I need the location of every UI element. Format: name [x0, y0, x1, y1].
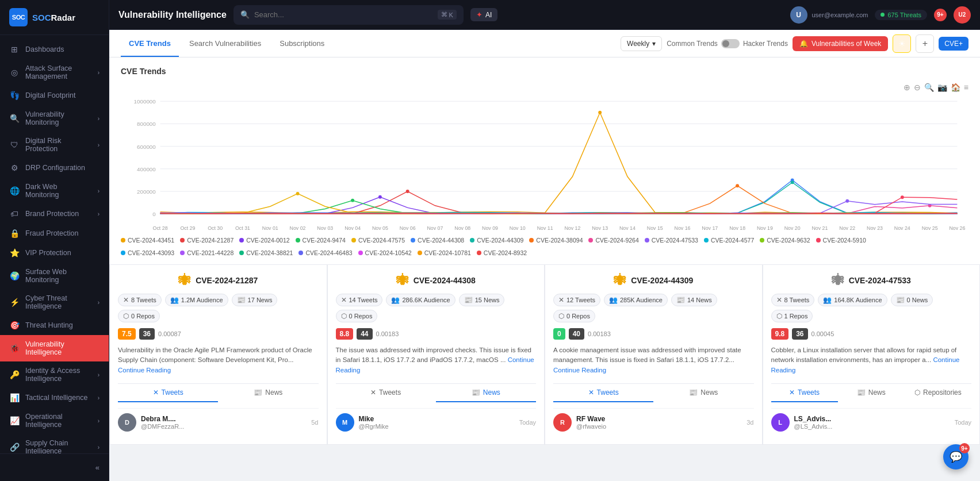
audience-count: 286.6K Audience — [402, 297, 450, 303]
sidebar-item-vip-protection[interactable]: ⭐ VIP Protection — [0, 243, 109, 263]
card-tab-news[interactable]: 📰 News — [436, 384, 536, 402]
nav-label-identity-access: Identity & Access Intelligence — [25, 367, 92, 383]
sidebar-item-threat-hunting[interactable]: 🎯 Threat Hunting — [0, 315, 109, 335]
svg-text:Nov 20: Nov 20 — [784, 225, 801, 231]
zoom-out-btn[interactable]: ⊖ — [914, 83, 921, 92]
tabs-bar: CVE TrendsSearch VulnerabilitiesSubscrip… — [109, 30, 980, 57]
svg-point-46 — [296, 192, 300, 195]
legend-item-cve-9264[interactable]: CVE-2024-9264 — [588, 237, 638, 244]
legend-item-cve-5910[interactable]: CVE-2024-5910 — [816, 237, 866, 244]
x-icon: ✕ — [789, 388, 795, 397]
sidebar-item-operational-intel[interactable]: 📈 Operational Intelligence › — [0, 407, 109, 434]
card-stats: ✕ 8 Tweets 👥 164.8K Audience 📰 0 News ⬡ … — [771, 294, 972, 322]
ai-button[interactable]: ✦ AI — [470, 8, 497, 21]
legend-item-cve-21287[interactable]: CVE-2024-21287 — [180, 237, 233, 244]
svg-text:Nov 07: Nov 07 — [427, 225, 443, 231]
legend-item-cve-10542[interactable]: CVE-2024-10542 — [358, 249, 412, 256]
github-icon: ⬡ — [776, 312, 782, 320]
audience-icon: 👥 — [391, 296, 400, 304]
card-tab-news[interactable]: 📰 News — [838, 384, 905, 402]
spider-icon: 🕷 — [614, 273, 626, 288]
sidebar-item-attack-surface[interactable]: ◎ Attack Surface Management › — [0, 59, 109, 86]
nav-label-digital-risk: Digital Risk Protection — [25, 137, 92, 153]
sidebar-item-dashboards[interactable]: ⊞ Dashboards — [0, 40, 109, 59]
sidebar-item-vuln-intel[interactable]: 🐞 Vulnerability Intelligence — [0, 335, 109, 361]
svg-text:Nov 11: Nov 11 — [537, 225, 553, 231]
sidebar-item-fraud-protection[interactable]: 🔒 Fraud Protection — [0, 224, 109, 243]
cve-plus-button[interactable]: CVE+ — [939, 37, 968, 51]
tab-cve-trends[interactable]: CVE Trends — [121, 30, 179, 57]
notification-badge[interactable]: 9+ — [934, 9, 947, 21]
news-count: 15 News — [475, 297, 500, 303]
tweet-avatar: M — [336, 413, 354, 432]
search-input[interactable] — [254, 10, 433, 19]
zoom-reset-btn[interactable]: 🔍 — [924, 83, 934, 92]
legend-item-cve-43451[interactable]: CVE-2024-43451 — [121, 237, 174, 244]
tweet-name: LS_Advis... — [794, 415, 950, 423]
legend-item-cve-10781[interactable]: CVE-2024-10781 — [418, 249, 471, 256]
zoom-in-btn[interactable]: ⊕ — [904, 83, 910, 92]
sidebar-item-digital-risk[interactable]: 🛡 Digital Risk Protection › — [0, 132, 109, 158]
add-button[interactable]: + — [916, 34, 934, 53]
legend-item-cve-44228[interactable]: CVE-2021-44228 — [180, 249, 233, 256]
legend-item-cve-9632[interactable]: CVE-2024-9632 — [760, 237, 810, 244]
nav-icon-identity-access: 🔑 — [9, 370, 20, 379]
legend-item-cve-44309[interactable]: CVE-2024-44309 — [470, 237, 523, 244]
repos-count: 1 Repos — [784, 313, 808, 320]
legend-item-cve-47575[interactable]: CVE-2024-47575 — [351, 237, 405, 244]
sidebar-item-supply-chain[interactable]: 🔗 Supply Chain Intelligence › — [0, 434, 109, 453]
card-tab-news[interactable]: 📰 News — [218, 384, 318, 402]
legend-item-cve-47533[interactable]: CVE-2024-47533 — [645, 237, 698, 244]
read-more-link[interactable]: Continue Reading — [771, 356, 960, 373]
legend-item-cve-38821[interactable]: CVE-2024-38821 — [239, 249, 293, 256]
menu-btn[interactable]: ≡ — [964, 83, 968, 92]
card-tab-tweets[interactable]: ✕ Tweets — [118, 384, 218, 402]
vuln-week-button[interactable]: 🔔 Vulnerabilities of Week — [793, 36, 888, 51]
card-tab-tweets[interactable]: ✕ Tweets — [336, 384, 436, 402]
read-more-link[interactable]: Continue Reading — [336, 356, 534, 373]
legend-item-cve-46483[interactable]: CVE-2024-46483 — [298, 249, 352, 256]
twitter-icon: ✕ — [123, 296, 129, 304]
legend-item-cve-43093[interactable]: CVE-2024-43093 — [121, 249, 174, 256]
tab-search-vulns[interactable]: Search Vulnerabilities — [181, 30, 269, 57]
logo-text: SOCRadar — [32, 13, 75, 22]
sidebar-item-brand-protection[interactable]: 🏷 Brand Protection › — [0, 204, 109, 224]
sidebar-item-digital-footprint[interactable]: 👣 Digital Footprint — [0, 86, 109, 105]
legend-item-cve-44308[interactable]: CVE-2024-44308 — [411, 237, 464, 244]
nav-icon-surface-web: 🌍 — [9, 271, 20, 280]
read-more-link[interactable]: Continue Reading — [118, 367, 171, 374]
legend-item-cve-38094[interactable]: CVE-2024-38094 — [529, 237, 583, 244]
sidebar-item-drp-config[interactable]: ⚙ DRP Configuration — [0, 158, 109, 178]
toggle-switch[interactable] — [721, 39, 740, 48]
tab-subscriptions[interactable]: Subscriptions — [271, 30, 332, 57]
frequency-select[interactable]: Weekly ▾ — [621, 36, 662, 51]
sidebar-item-surface-web[interactable]: 🌍 Surface Web Monitoring — [0, 263, 109, 289]
tweets-chip: ✕ 8 Tweets — [771, 294, 815, 306]
chat-fab[interactable]: 💬 9+ — [943, 444, 968, 470]
tweet-avatar: L — [771, 413, 790, 432]
sidebar-item-identity-access[interactable]: 🔑 Identity & Access Intelligence › — [0, 361, 109, 388]
download-btn[interactable]: 📷 — [937, 83, 947, 92]
sidebar-collapse-btn[interactable]: « — [0, 459, 109, 476]
legend-item-cve-4577[interactable]: CVE-2024-4577 — [704, 237, 754, 244]
sun-button[interactable]: ☀ — [893, 34, 911, 53]
read-more-link[interactable]: Continue Reading — [553, 367, 606, 374]
svg-text:Nov 23: Nov 23 — [867, 225, 883, 231]
legend-item-cve-8932[interactable]: CVE-2024-8932 — [477, 249, 527, 256]
legend-item-cve-0012[interactable]: CVE-2024-0012 — [239, 237, 289, 244]
home-btn[interactable]: 🏠 — [951, 83, 960, 92]
sidebar-item-cyber-threat[interactable]: ⚡ Cyber Threat Intelligence › — [0, 289, 109, 315]
repos-count: 0 Repos — [566, 313, 590, 320]
card-tab-tweets[interactable]: ✕ Tweets — [553, 384, 653, 402]
sidebar-item-dark-web[interactable]: 🌐 Dark Web Monitoring › — [0, 178, 109, 204]
sidebar-item-vuln-monitoring[interactable]: 🔍 Vulnerability Monitoring › — [0, 105, 109, 132]
common-trends-toggle: Common Trends Hacker Trends — [667, 39, 788, 48]
card-tab-repos[interactable]: ⬡ Repositories — [905, 384, 971, 402]
secondary-avatar: U2 — [954, 6, 971, 24]
sidebar-item-tactical-intel[interactable]: 📊 Tactical Intelligence › — [0, 388, 109, 407]
epss-score: 40 — [569, 328, 584, 340]
card-tab-news[interactable]: 📰 News — [653, 384, 753, 402]
search-bar[interactable]: 🔍 ⌘ K — [233, 5, 464, 25]
legend-item-cve-9474[interactable]: CVE-2024-9474 — [296, 237, 346, 244]
card-tab-tweets[interactable]: ✕ Tweets — [771, 384, 838, 402]
